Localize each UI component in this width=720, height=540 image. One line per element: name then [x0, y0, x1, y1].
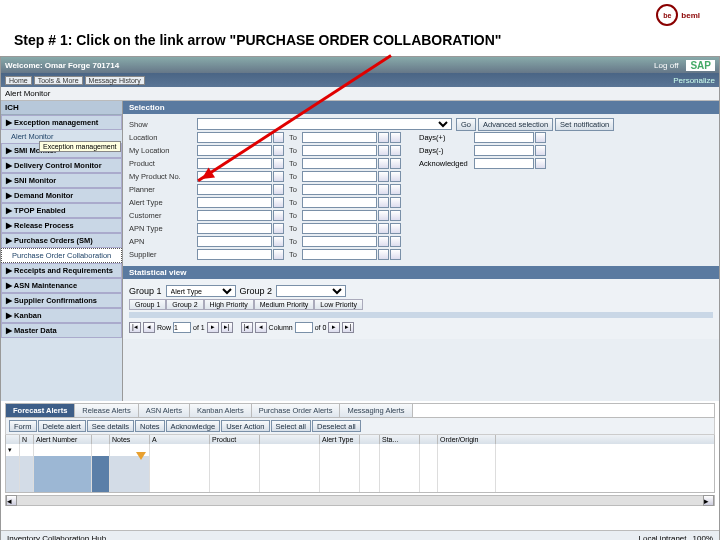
- multi-icon[interactable]: [390, 145, 401, 156]
- col-status[interactable]: Sta...: [380, 435, 420, 444]
- scroll-left-icon[interactable]: ◂: [6, 495, 17, 506]
- picker-icon[interactable]: [273, 132, 284, 143]
- picker-icon[interactable]: [273, 171, 284, 182]
- picker-icon[interactable]: [273, 210, 284, 221]
- alert-btn-delete[interactable]: Delete alert: [38, 420, 86, 432]
- alert-btn-deselect-all[interactable]: Deselect all: [312, 420, 361, 432]
- filter-to-input[interactable]: [302, 132, 377, 143]
- table-row[interactable]: [6, 480, 714, 492]
- picker-icon[interactable]: [378, 210, 389, 221]
- alert-tab-release[interactable]: Release Alerts: [75, 404, 138, 417]
- logoff-link[interactable]: Log off: [654, 61, 678, 70]
- col-blank3[interactable]: [360, 435, 380, 444]
- filter-to-input[interactable]: [302, 223, 377, 234]
- sidebar-sec-master-data[interactable]: ▶ Master Data: [1, 323, 122, 338]
- filter-to-input[interactable]: [302, 210, 377, 221]
- multi-icon[interactable]: [390, 158, 401, 169]
- sidebar-sec-receipts[interactable]: ▶ Receipts and Requirements: [1, 263, 122, 278]
- col-origin[interactable]: Order/Origin: [438, 435, 496, 444]
- sidebar-sec-po-sm[interactable]: ▶ Purchase Orders (SM): [1, 233, 122, 248]
- filter-to-input[interactable]: [302, 145, 377, 156]
- col-alert-num[interactable]: Alert Number: [34, 435, 92, 444]
- filter-right-input[interactable]: [474, 145, 534, 156]
- picker-icon[interactable]: [378, 249, 389, 260]
- pager-last-icon[interactable]: ▸|: [221, 322, 233, 333]
- pri-low[interactable]: Low Priority: [314, 299, 363, 310]
- alert-btn-select-all[interactable]: Select all: [271, 420, 311, 432]
- pri-med[interactable]: Medium Priority: [254, 299, 315, 310]
- alert-tab-po[interactable]: Purchase Order Alerts: [252, 404, 341, 417]
- group1-select[interactable]: Alert Type: [166, 285, 236, 297]
- pri-g2[interactable]: Group 2: [166, 299, 203, 310]
- show-select[interactable]: [197, 118, 452, 130]
- picker-icon[interactable]: [273, 145, 284, 156]
- tab-home[interactable]: Home: [5, 76, 32, 85]
- filter-to-input[interactable]: [302, 158, 377, 169]
- alert-btn-details[interactable]: See details: [87, 420, 134, 432]
- filter-right-input[interactable]: [474, 158, 534, 169]
- picker-icon[interactable]: [378, 223, 389, 234]
- sidebar-sec-kanban[interactable]: ▶ Kanban: [1, 308, 122, 323]
- col-blank4[interactable]: [420, 435, 438, 444]
- alert-tab-forecast[interactable]: Forecast Alerts: [6, 404, 75, 417]
- picker-icon[interactable]: [378, 158, 389, 169]
- col-blank1[interactable]: [92, 435, 110, 444]
- filter-to-input[interactable]: [302, 249, 377, 260]
- picker-icon[interactable]: [378, 132, 389, 143]
- pager-next-icon[interactable]: ▸: [207, 322, 219, 333]
- picker-icon[interactable]: [273, 197, 284, 208]
- picker-icon[interactable]: [535, 158, 546, 169]
- col-alert-type[interactable]: Alert Type: [320, 435, 360, 444]
- col-prev-icon[interactable]: ◂: [255, 322, 267, 333]
- pager-first-icon[interactable]: |◂: [129, 322, 141, 333]
- filter-from-input[interactable]: [197, 197, 272, 208]
- filter-right-input[interactable]: [474, 132, 534, 143]
- scroll-right-icon[interactable]: ▸: [703, 495, 714, 506]
- alert-btn-user-action[interactable]: User Action: [221, 420, 269, 432]
- pri-high[interactable]: High Priority: [204, 299, 254, 310]
- table-row[interactable]: ▾: [6, 444, 714, 456]
- col-a[interactable]: A: [150, 435, 210, 444]
- row-input[interactable]: [173, 322, 191, 333]
- picker-icon[interactable]: [378, 145, 389, 156]
- sidebar-sec-sni[interactable]: ▶ SNI Monitor: [1, 173, 122, 188]
- col-last-icon[interactable]: ▸|: [342, 322, 354, 333]
- table-row[interactable]: [6, 456, 714, 468]
- go-button[interactable]: Go: [456, 118, 476, 131]
- col-product[interactable]: Product: [210, 435, 260, 444]
- filter-from-input[interactable]: [197, 223, 272, 234]
- col-next-icon[interactable]: ▸: [328, 322, 340, 333]
- filter-to-input[interactable]: [302, 171, 377, 182]
- filter-to-input[interactable]: [302, 236, 377, 247]
- tab-msg-history[interactable]: Message History: [85, 76, 145, 85]
- alert-btn-form[interactable]: Form: [9, 420, 37, 432]
- group2-select[interactable]: [276, 285, 346, 297]
- table-row[interactable]: [6, 468, 714, 480]
- picker-icon[interactable]: [273, 249, 284, 260]
- h-scrollbar[interactable]: ◂ ▸: [5, 495, 715, 506]
- sidebar-sec-tpop[interactable]: ▶ TPOP Enabled: [1, 203, 122, 218]
- picker-icon[interactable]: [378, 197, 389, 208]
- picker-icon[interactable]: [378, 236, 389, 247]
- picker-icon[interactable]: [273, 223, 284, 234]
- multi-icon[interactable]: [390, 184, 401, 195]
- pri-g1[interactable]: Group 1: [129, 299, 166, 310]
- sidebar-sec-demand[interactable]: ▶ Demand Monitor: [1, 188, 122, 203]
- sidebar-sec-release[interactable]: ▶ Release Process: [1, 218, 122, 233]
- col-first-icon[interactable]: |◂: [241, 322, 253, 333]
- col-blank2[interactable]: [260, 435, 320, 444]
- filter-from-input[interactable]: [197, 184, 272, 195]
- col-n[interactable]: N: [20, 435, 34, 444]
- sidebar-sec-delivery[interactable]: ▶ Delivery Control Monitor: [1, 158, 122, 173]
- alert-tab-msg[interactable]: Messaging Alerts: [340, 404, 412, 417]
- multi-icon[interactable]: [390, 171, 401, 182]
- multi-icon[interactable]: [390, 132, 401, 143]
- pager-prev-icon[interactable]: ◂: [143, 322, 155, 333]
- personalize-link[interactable]: Personalize: [673, 76, 715, 85]
- filter-to-input[interactable]: [302, 184, 377, 195]
- filter-from-input[interactable]: [197, 249, 272, 260]
- multi-icon[interactable]: [390, 223, 401, 234]
- picker-icon[interactable]: [535, 145, 546, 156]
- filter-from-input[interactable]: [197, 236, 272, 247]
- filter-from-input[interactable]: [197, 210, 272, 221]
